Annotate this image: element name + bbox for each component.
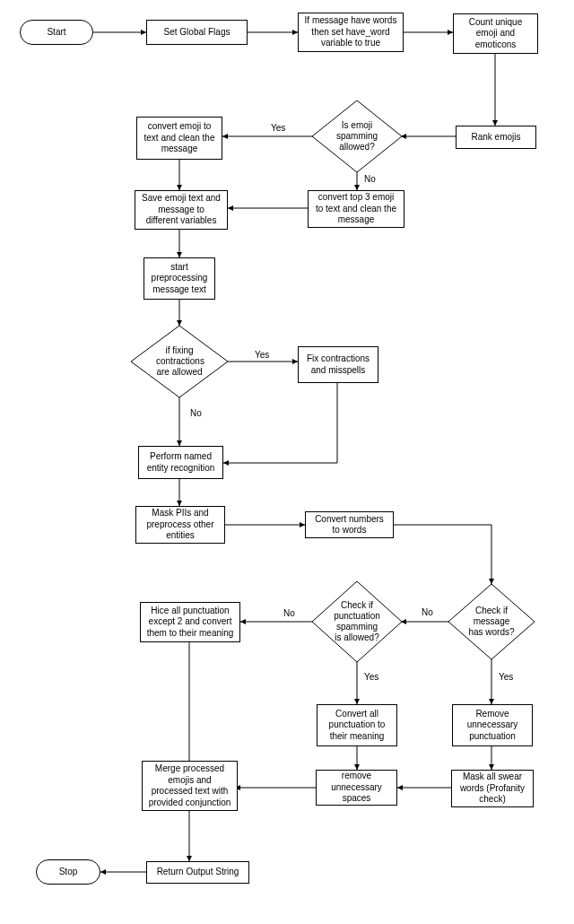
save-vars-text: Save emoji text and message to different… (141, 193, 222, 227)
num-to-words-text: Convert numbers to words (311, 514, 387, 536)
convert-top3-text: convert top 3 emoji to text and clean th… (314, 192, 398, 226)
remove-spaces-node: remove unnecessary spaces (316, 770, 397, 806)
convert-all-node: convert emoji to text and clean the mess… (136, 117, 222, 160)
has-words-node: If message have words then set have_word… (298, 13, 404, 52)
mask-swear-text: Mask all swear words (Profanity check) (457, 771, 527, 806)
msg-has-words-decision: Check if message has words? (448, 584, 535, 659)
remove-punct-node: Remove unnecessary punctuation (452, 704, 533, 746)
label-no-1: No (364, 174, 376, 184)
set-flags-node: Set Global Flags (146, 20, 248, 45)
count-emoji-node: Count unique emoji and emoticons (453, 13, 538, 54)
label-yes-3: Yes (499, 672, 513, 682)
save-vars-node: Save emoji text and message to different… (135, 190, 228, 230)
mask-swear-node: Mask all swear words (Profanity check) (451, 770, 534, 807)
has-words-text: If message have words then set have_word… (304, 15, 397, 49)
start-text: Start (47, 27, 65, 39)
stop-text: Stop (59, 867, 78, 878)
start-pre-text: start preprocessing message text (150, 262, 209, 296)
start-node: Start (20, 20, 93, 45)
return-node: Return Output String (146, 861, 249, 884)
conv-punct-node: Convert all punctuation to their meaning (317, 704, 397, 746)
label-no-3: No (422, 607, 433, 617)
start-pre-node: start preprocessing message text (144, 257, 215, 300)
ner-node: Perform named entity recognition (138, 446, 223, 479)
mask-pii-text: Mask PIIs and preprocess other entities (142, 508, 219, 542)
label-yes-1: Yes (271, 123, 285, 133)
fix-contr-node: Fix contractions and misspells (298, 346, 378, 383)
msg-has-words-text: Check if message has words? (456, 606, 527, 638)
rank-emoji-text: Rank emojis (471, 132, 520, 144)
ner-text: Perform named entity recognition (144, 451, 217, 474)
label-yes-2: Yes (255, 350, 269, 360)
remove-spaces-text: remove unnecessary spaces (322, 771, 391, 805)
label-no-4: No (283, 608, 295, 618)
fix-contr-text: Fix contractions and misspells (304, 353, 372, 376)
punct-allowed-text: Check if punctuation spamming is allowed… (321, 600, 393, 643)
convert-top3-node: convert top 3 emoji to text and clean th… (308, 190, 404, 228)
fix-allowed-text: if fixing contractions are allowed (144, 345, 215, 378)
spam-allowed-decision: Is emoji spamming allowed? (312, 100, 402, 172)
num-to-words-node: Convert numbers to words (305, 511, 394, 538)
spam-allowed-text: Is emoji spamming allowed? (321, 120, 393, 153)
return-text: Return Output String (157, 867, 239, 878)
stop-node: Stop (36, 859, 100, 885)
hice-punct-node: Hice all punctuation except 2 and conver… (140, 602, 240, 642)
label-no-2: No (190, 408, 202, 418)
rank-emoji-node: Rank emojis (456, 126, 536, 149)
remove-punct-text: Remove unnecessary punctuation (458, 709, 526, 743)
set-flags-text: Set Global Flags (164, 27, 230, 39)
convert-all-text: convert emoji to text and clean the mess… (143, 121, 216, 155)
count-emoji-text: Count unique emoji and emoticons (459, 17, 532, 51)
punct-allowed-decision: Check if punctuation spamming is allowed… (312, 581, 402, 662)
merge-node: Merge processed emojis and processed tex… (142, 761, 238, 811)
fix-allowed-decision: if fixing contractions are allowed (131, 326, 228, 397)
mask-pii-node: Mask PIIs and preprocess other entities (135, 506, 225, 544)
hice-punct-text: Hice all punctuation except 2 and conver… (146, 606, 234, 640)
merge-text: Merge processed emojis and processed tex… (148, 763, 231, 808)
label-yes-4: Yes (364, 672, 378, 682)
conv-punct-text: Convert all punctuation to their meaning (323, 709, 391, 743)
